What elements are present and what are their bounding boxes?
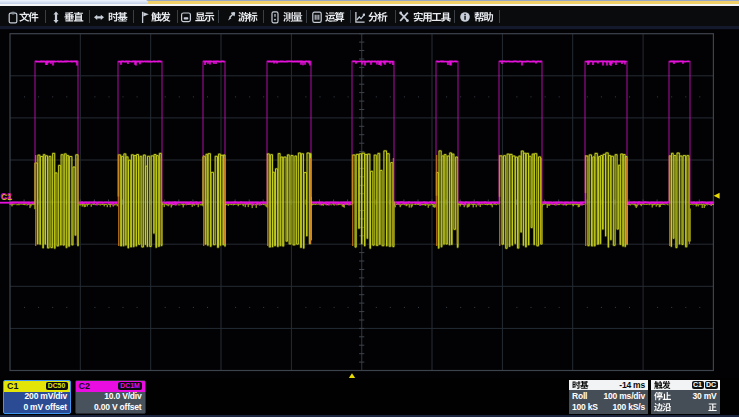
svg-text:C2: C2 [1, 191, 12, 201]
